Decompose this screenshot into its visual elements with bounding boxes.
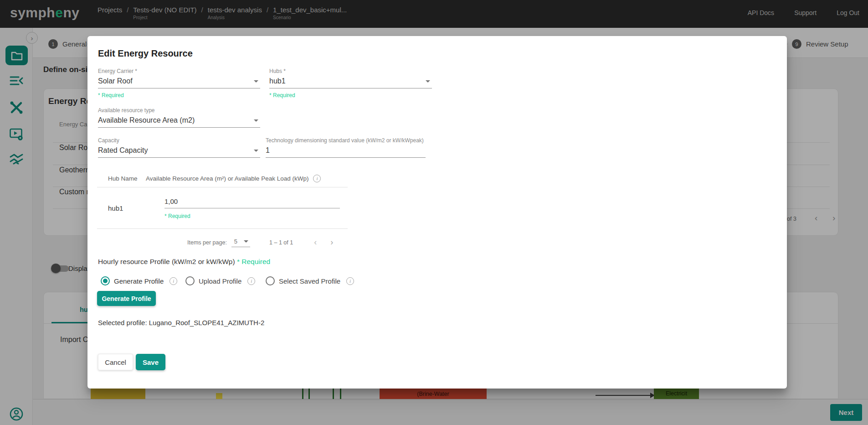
radio-selected-icon[interactable] bbox=[101, 276, 110, 285]
tech-standard-value-field: Technology dimensioning standard value (… bbox=[266, 137, 426, 158]
energy-carrier-field: Energy Carrier * Solar Roof * Required bbox=[98, 68, 260, 98]
app-screen: sympheny Projects / Tests-dev (NO EDIT) … bbox=[0, 0, 868, 425]
select-value: Solar Roof bbox=[98, 77, 133, 85]
tech-standard-value-input[interactable]: 1 bbox=[266, 145, 426, 158]
table-header-row: Hub Name Available Resource Area (m²) or… bbox=[97, 170, 348, 187]
dropdown-arrow-icon bbox=[254, 80, 258, 83]
selected-profile-label: Selected profile: bbox=[98, 319, 147, 327]
info-icon[interactable]: i bbox=[313, 175, 321, 182]
select-value: Rated Capacity bbox=[98, 146, 148, 155]
radio-label: Select Saved Profile bbox=[279, 277, 340, 285]
radio-unselected-icon[interactable] bbox=[185, 276, 195, 285]
generate-profile-button[interactable]: Generate Profile bbox=[97, 291, 156, 306]
dropdown-arrow-icon bbox=[426, 80, 430, 83]
capacity-field: Capacity Rated Capacity bbox=[98, 137, 260, 158]
dropdown-arrow-icon bbox=[254, 150, 258, 152]
radio-group-upload-profile[interactable]: Upload Profile i bbox=[185, 276, 255, 285]
hub-name-cell: hub1 bbox=[97, 187, 146, 228]
resource-type-select[interactable]: Available Resource Area (m2) bbox=[98, 115, 260, 128]
input-value: 1,00 bbox=[164, 197, 340, 208]
select-value: hub1 bbox=[269, 77, 286, 85]
dropdown-arrow-icon bbox=[254, 119, 258, 122]
radio-label: Generate Profile bbox=[114, 277, 164, 285]
required-hint: * Required bbox=[164, 213, 340, 219]
radio-group-select-saved-profile[interactable]: Select Saved Profile i bbox=[266, 276, 354, 285]
heading-text: Hourly resource Profile (kW/m2 or kW/kWp… bbox=[98, 258, 237, 265]
table-paginator: Items per page: 5 1 – 1 of 1 ‹ › bbox=[187, 238, 348, 247]
page-size-value: 5 bbox=[234, 238, 237, 245]
field-label: Hubs * bbox=[269, 68, 432, 74]
field-label: Energy Carrier * bbox=[98, 68, 260, 74]
next-page-icon[interactable]: › bbox=[330, 238, 333, 247]
required-hint: * Required bbox=[269, 92, 432, 98]
page-size-select[interactable]: 5 bbox=[231, 238, 250, 247]
info-icon[interactable]: i bbox=[247, 277, 255, 285]
required-hint: * Required bbox=[98, 92, 260, 98]
field-label: Technology dimensioning standard value (… bbox=[266, 137, 426, 144]
field-label: Available resource type bbox=[98, 107, 260, 114]
save-button[interactable]: Save bbox=[136, 354, 165, 370]
radio-label: Upload Profile bbox=[199, 277, 241, 285]
selected-profile-value: Lugano_Roof_SLOPE41_AZIMUTH-2 bbox=[149, 319, 264, 327]
selected-profile-row: Selected profile: Lugano_Roof_SLOPE41_AZ… bbox=[98, 319, 264, 327]
hubs-field: Hubs * hub1 * Required bbox=[269, 68, 432, 98]
info-icon[interactable]: i bbox=[169, 277, 177, 285]
resource-area-input[interactable]: 1,00 * Required bbox=[164, 197, 340, 219]
field-label: Capacity bbox=[98, 137, 260, 144]
info-icon[interactable]: i bbox=[346, 277, 354, 285]
hubs-select[interactable]: hub1 bbox=[269, 76, 432, 88]
select-value: Available Resource Area (m2) bbox=[98, 116, 195, 124]
paginator-range: 1 – 1 of 1 bbox=[269, 239, 293, 246]
edit-energy-resource-dialog: Edit Energy Resource Energy Carrier * So… bbox=[87, 36, 787, 389]
column-header-resource-area: Available Resource Area (m²) or Availabl… bbox=[146, 175, 321, 182]
previous-page-icon[interactable]: ‹ bbox=[314, 238, 317, 247]
radio-group-generate-profile[interactable]: Generate Profile i bbox=[101, 276, 177, 285]
hub-capacity-table: Hub Name Available Resource Area (m²) or… bbox=[97, 170, 348, 247]
hourly-profile-heading: Hourly resource Profile (kW/m2 or kW/kWp… bbox=[98, 258, 270, 266]
dropdown-arrow-icon bbox=[244, 240, 248, 243]
capacity-select[interactable]: Rated Capacity bbox=[98, 145, 260, 158]
table-row-hub1: hub1 1,00 * Required bbox=[97, 187, 348, 229]
column-header-hub-name: Hub Name bbox=[97, 175, 146, 182]
input-value: 1 bbox=[266, 146, 270, 155]
items-per-page-label: Items per page: bbox=[187, 239, 227, 246]
dialog-title: Edit Energy Resource bbox=[98, 48, 193, 59]
resource-type-field: Available resource type Available Resour… bbox=[98, 107, 260, 128]
column-header-text: Available Resource Area (m²) or Availabl… bbox=[146, 175, 308, 182]
required-hint: * Required bbox=[237, 258, 270, 265]
radio-unselected-icon[interactable] bbox=[266, 276, 275, 285]
energy-carrier-select[interactable]: Solar Roof bbox=[98, 76, 260, 88]
cancel-button[interactable]: Cancel bbox=[98, 354, 133, 370]
